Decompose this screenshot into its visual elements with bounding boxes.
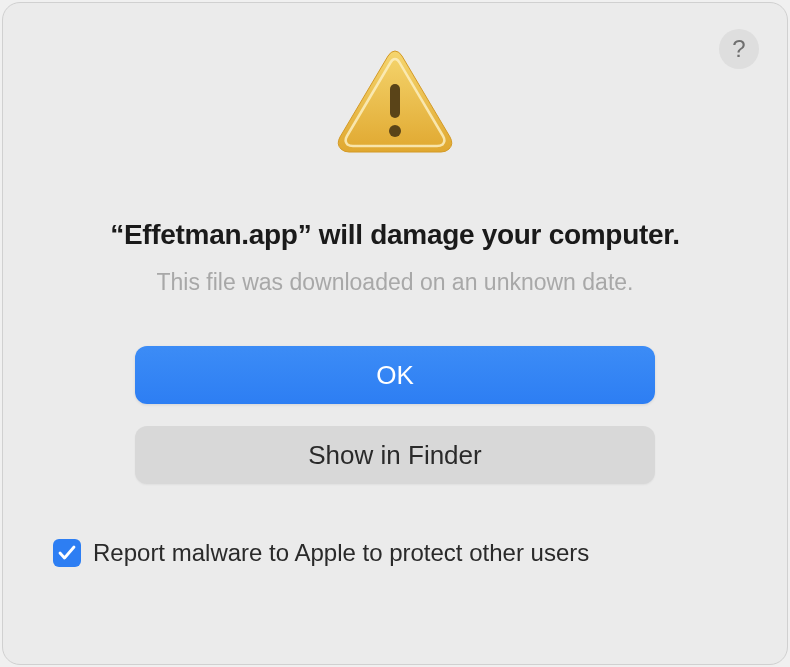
- svg-point-1: [389, 125, 401, 137]
- dialog-title: “Effetman.app” will damage your computer…: [110, 219, 680, 251]
- report-malware-checkbox[interactable]: [53, 539, 81, 567]
- ok-button[interactable]: OK: [135, 346, 655, 404]
- report-malware-row: Report malware to Apple to protect other…: [53, 539, 589, 567]
- gatekeeper-warning-dialog: ? “Effetman.app” will damage your comput…: [2, 2, 788, 665]
- button-container: OK Show in Finder: [135, 346, 655, 484]
- help-button[interactable]: ?: [719, 29, 759, 69]
- show-in-finder-button[interactable]: Show in Finder: [135, 426, 655, 484]
- svg-rect-0: [390, 84, 400, 118]
- help-icon: ?: [732, 35, 745, 63]
- warning-icon: [335, 45, 455, 159]
- report-malware-label: Report malware to Apple to protect other…: [93, 539, 589, 567]
- dialog-subtitle: This file was downloaded on an unknown d…: [157, 269, 634, 296]
